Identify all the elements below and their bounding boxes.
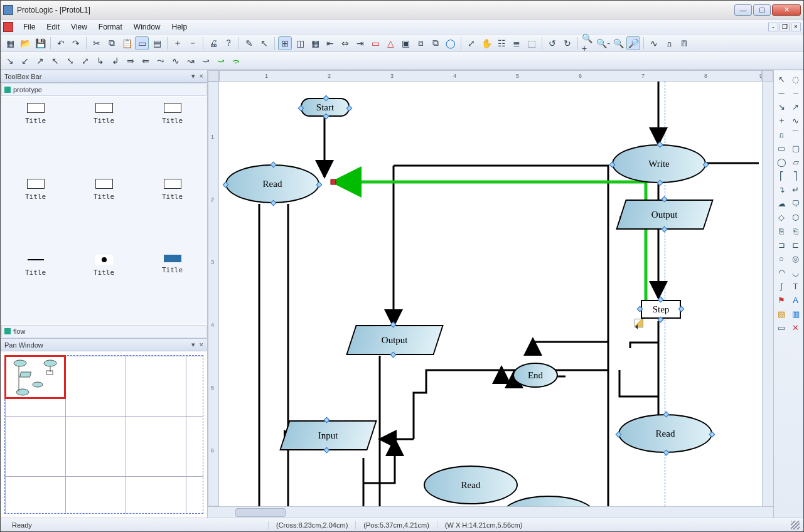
arc3-icon[interactable]: ◡ [790, 266, 802, 279]
arrow-line2-icon[interactable]: ↗ [790, 100, 802, 113]
pin-icon[interactable]: ▾ [191, 72, 195, 80]
conn-12-icon[interactable]: ∿ [169, 54, 183, 68]
s-curve-icon[interactable]: ∫ [775, 280, 788, 292]
arc-icon[interactable]: ⌒ [790, 128, 802, 141]
copy-icon[interactable]: ⧉ [105, 36, 119, 50]
toolbox-section-flow[interactable]: flow [1, 325, 206, 338]
redo-icon[interactable]: ↷ [69, 36, 83, 50]
conn-8-icon[interactable]: ↲ [109, 54, 122, 68]
panel-close-icon[interactable]: × [200, 341, 203, 349]
conn-4-icon[interactable]: ↖ [48, 54, 62, 68]
select-icon[interactable]: ▭ [135, 36, 149, 50]
undo-icon[interactable]: ↶ [54, 36, 68, 50]
arrow-line-icon[interactable]: ↘ [775, 100, 788, 113]
remove-icon[interactable]: － [186, 36, 200, 50]
hex-icon[interactable]: ⬡ [790, 211, 802, 223]
arrow-tool-icon[interactable]: ↖ [775, 73, 788, 85]
note-icon[interactable]: ⎗ [790, 225, 802, 237]
conn-5-icon[interactable]: ⤡ [63, 54, 77, 68]
conn-7-icon[interactable]: ↳ [94, 54, 107, 68]
shape-group-icon[interactable]: ▣ [399, 36, 412, 50]
align-left-icon[interactable]: ⇤ [323, 36, 337, 50]
resize-grip-icon[interactable] [791, 521, 800, 529]
pan-window-body[interactable] [1, 351, 207, 518]
zoom-region-icon[interactable]: 🔎 [626, 36, 640, 50]
mdi-restore-button[interactable]: ❐ [780, 23, 790, 31]
palette-item[interactable]: Title [3, 179, 68, 242]
palette-item[interactable]: Title [3, 255, 68, 318]
new-icon[interactable]: ▦ [3, 36, 17, 50]
conn1-icon[interactable]: ↴ [775, 183, 788, 196]
flag-icon[interactable]: ⚑ [775, 294, 788, 306]
palette-item[interactable]: Title [140, 179, 205, 242]
layers-icon[interactable]: ☷ [495, 36, 508, 50]
conn-15-icon[interactable]: ⤻ [214, 54, 228, 68]
bracket-r-icon[interactable]: ⎤ [790, 169, 802, 182]
conn-11-icon[interactable]: ⤳ [154, 54, 168, 68]
doc-icon[interactable]: ⎘ [775, 225, 788, 237]
menu-format[interactable]: Format [94, 21, 127, 33]
conn-9-icon[interactable]: ⇒ [124, 54, 137, 68]
pointer-icon[interactable]: ↖ [257, 36, 271, 50]
rotate-left-icon[interactable]: ↺ [545, 36, 559, 50]
node-start[interactable]: Start [301, 98, 350, 117]
shape-rect-icon[interactable]: ▭ [368, 36, 382, 50]
minimize-button[interactable]: — [734, 4, 752, 16]
palette-item[interactable]: Title [72, 103, 136, 166]
conn-2-icon[interactable]: ↙ [18, 54, 32, 68]
callout-icon[interactable]: 🗨 [790, 197, 802, 210]
node-read[interactable]: Read [618, 414, 712, 453]
menu-view[interactable]: View [66, 21, 92, 33]
conn-16-icon[interactable]: ⤼ [229, 54, 243, 68]
mdi-minimize-button[interactable]: - [768, 23, 778, 31]
marquee-tool-icon[interactable]: ◌ [790, 73, 802, 85]
delete-icon[interactable]: ✕ [790, 321, 802, 334]
cut-icon[interactable]: ✂ [90, 36, 104, 50]
conn-13-icon[interactable]: ↝ [184, 54, 198, 68]
line-dash-icon[interactable]: ┄ [790, 87, 802, 99]
pan-icon[interactable]: ✋ [480, 36, 493, 50]
shape-crop-icon[interactable]: ⧉ [429, 36, 442, 50]
panel-close-icon[interactable]: × [200, 72, 203, 80]
shape-tri-icon[interactable]: △ [383, 36, 397, 50]
zoom-out-icon[interactable]: 🔍- [596, 36, 610, 50]
menu-edit[interactable]: Edit [41, 21, 65, 33]
palette-item[interactable]: Title [140, 255, 205, 318]
scrollbar-vertical[interactable] [762, 82, 773, 506]
conn-10-icon[interactable]: ⇐ [139, 54, 153, 68]
graph3-icon[interactable]: ⩎ [677, 36, 691, 50]
cloud-icon[interactable]: ☁ [775, 197, 788, 210]
font-icon[interactable]: A [790, 294, 802, 306]
layout-icon[interactable]: ▤ [150, 36, 164, 50]
node-output[interactable]: Output [616, 200, 714, 230]
shape-circle-icon[interactable]: ◯ [444, 36, 458, 50]
pan-window-header[interactable]: Pan Window ▾ × [1, 339, 207, 351]
curve-icon[interactable]: ∿ [790, 114, 802, 127]
snap-grid-icon[interactable]: ⊞ [278, 36, 292, 50]
ruler-vertical[interactable]: 1 2 3 4 5 6 [208, 82, 219, 506]
zoom-fit-icon[interactable]: ⤢ [464, 36, 478, 50]
menu-window[interactable]: Window [129, 21, 166, 33]
polyline-icon[interactable]: ⩍ [775, 128, 788, 141]
align-right-icon[interactable]: ⇥ [353, 36, 367, 50]
toolbox-section-prototype[interactable]: prototype [1, 83, 206, 96]
palette-item[interactable]: Title [72, 255, 136, 318]
conn-14-icon[interactable]: ⤻ [199, 54, 213, 68]
mdi-close-button[interactable]: × [791, 23, 801, 31]
snap-node-icon[interactable]: ◫ [293, 36, 307, 50]
arc2-icon[interactable]: ◠ [775, 266, 788, 279]
rotate-right-icon[interactable]: ↻ [560, 36, 574, 50]
conn2-icon[interactable]: ↵ [790, 183, 802, 196]
conn-1-icon[interactable]: ↘ [3, 54, 17, 68]
node-step[interactable]: Step [641, 300, 681, 319]
maximize-button[interactable]: ▢ [753, 4, 771, 16]
text-tool-icon[interactable]: T [790, 280, 802, 292]
shape-frame-icon[interactable]: ⧈ [414, 36, 427, 50]
help-icon[interactable]: ？ [222, 36, 235, 50]
scroll-thumb[interactable] [235, 508, 286, 517]
line-tool-icon[interactable]: ─ [775, 87, 788, 99]
align-center-icon[interactable]: ⇔ [338, 36, 352, 50]
palette-item[interactable]: Title [140, 103, 205, 166]
menu-help[interactable]: Help [167, 21, 193, 33]
ellipse-icon[interactable]: ◯ [775, 156, 788, 168]
